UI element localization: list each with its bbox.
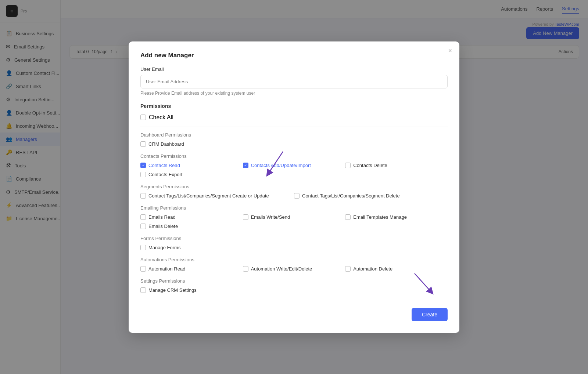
perm-automation-write: Automation Write/Edit/Delete [243,266,345,272]
perm-manage-forms: Manage Forms [140,245,243,250]
segments-permissions-section: Segments Permissions Contact Tags/List/C… [140,184,448,199]
tags-create-label: Contact Tags/List/Companies/Segment Crea… [148,193,269,199]
add-manager-modal: × Add new Manager User Email Please Prov… [129,41,459,333]
manage-forms-checkbox[interactable] [140,245,146,250]
user-email-hint: Please Provide Email address of your exi… [140,91,448,96]
perm-crm-dashboard: CRM Dashboard [140,141,243,147]
emails-delete-label: Emails Delete [148,224,178,229]
modal-title: Add new Manager [140,52,448,59]
perm-tags-create: Contact Tags/List/Companies/Segment Crea… [140,193,294,199]
tags-delete-label: Contact Tags/List/Companies/Segment Dele… [302,193,400,199]
contacts-permissions-section: Contacts Permissions ✓ Contacts Read ✓ C… [140,153,448,177]
manage-forms-label: Manage Forms [148,245,180,250]
automation-read-label: Automation Read [148,266,185,272]
modal-footer: Create [140,302,448,321]
automation-write-label: Automation Write/Edit/Delete [251,266,312,272]
check-all-row: Check All [140,114,448,121]
emails-write-label: Emails Write/Send [251,214,290,220]
crm-dashboard-label: CRM Dashboard [148,141,184,147]
automations-perm-row: Automation Read Automation Write/Edit/De… [140,266,448,272]
create-button[interactable]: Create [412,308,448,321]
email-templates-label: Email Templates Manage [353,214,407,220]
segments-perm-row: Contact Tags/List/Companies/Segment Crea… [140,193,448,199]
modal-overlay: × Add new Manager User Email Please Prov… [0,0,588,374]
contacts-export-checkbox[interactable] [140,172,146,177]
emailing-permissions-title: Emailing Permissions [140,205,448,211]
automations-permissions-section: Automations Permissions Automation Read … [140,257,448,272]
automation-delete-label: Automation Delete [353,266,392,272]
check-all-label: Check All [149,114,173,121]
tags-delete-checkbox[interactable] [294,193,300,199]
dashboard-permissions-section: Dashboard Permissions CRM Dashboard [140,132,448,147]
automation-delete-checkbox[interactable] [345,266,351,272]
perm-emails-read: Emails Read [140,214,243,220]
emails-delete-checkbox[interactable] [140,224,146,229]
perm-contacts-delete: Contacts Delete [345,163,448,168]
contacts-add-label: Contacts Add/Update/Import [251,163,311,168]
user-email-label: User Email [140,66,448,72]
contacts-read-checkbox[interactable]: ✓ [140,163,146,168]
contacts-delete-checkbox[interactable] [345,163,351,168]
perm-manage-crm-settings: Manage CRM Settings [140,287,243,293]
automation-write-checkbox[interactable] [243,266,248,272]
crm-dashboard-checkbox[interactable] [140,141,146,147]
contacts-delete-label: Contacts Delete [353,163,387,168]
perm-email-templates: Email Templates Manage [345,214,448,220]
automations-permissions-title: Automations Permissions [140,257,448,262]
perm-contacts-export: Contacts Export [140,172,243,177]
tags-create-checkbox[interactable] [140,193,146,199]
forms-perm-row: Manage Forms [140,245,448,250]
contacts-perm-row: ✓ Contacts Read ✓ Contacts Add/Update/Im… [140,163,448,177]
user-email-input[interactable] [140,75,448,88]
perm-emails-write: Emails Write/Send [243,214,345,220]
forms-permissions-title: Forms Permissions [140,236,448,241]
emails-write-checkbox[interactable] [243,214,248,220]
emailing-permissions-section: Emailing Permissions Emails Read Emails … [140,205,448,229]
contacts-read-label: Contacts Read [148,163,180,168]
contacts-add-checkbox[interactable]: ✓ [243,163,248,168]
emails-read-checkbox[interactable] [140,214,146,220]
permissions-title: Permissions [140,103,448,109]
perm-tags-delete: Contact Tags/List/Companies/Segment Dele… [294,193,448,199]
manage-crm-settings-label: Manage CRM Settings [148,287,197,293]
perm-contacts-read: ✓ Contacts Read [140,163,243,168]
perm-automation-read: Automation Read [140,266,243,272]
forms-permissions-section: Forms Permissions Manage Forms [140,236,448,250]
manage-crm-settings-checkbox[interactable] [140,287,146,293]
check-all-checkbox[interactable] [140,115,146,120]
contacts-permissions-title: Contacts Permissions [140,153,448,159]
emails-read-label: Emails Read [148,214,176,220]
segments-permissions-title: Segments Permissions [140,184,448,189]
dashboard-perm-row: CRM Dashboard [140,141,448,147]
perm-contacts-add: ✓ Contacts Add/Update/Import [243,163,345,168]
automation-read-checkbox[interactable] [140,266,146,272]
emailing-perm-row: Emails Read Emails Write/Send Email Temp… [140,214,448,229]
modal-close-button[interactable]: × [448,47,452,54]
perm-emails-delete: Emails Delete [140,224,243,229]
perm-automation-delete: Automation Delete [345,266,448,272]
contacts-export-label: Contacts Export [148,172,183,177]
dashboard-permissions-title: Dashboard Permissions [140,132,448,138]
settings-permissions-section: Settings Permissions Manage CRM Settings [140,278,448,293]
email-templates-checkbox[interactable] [345,214,351,220]
settings-permissions-title: Settings Permissions [140,278,448,284]
settings-perm-row: Manage CRM Settings [140,287,448,293]
